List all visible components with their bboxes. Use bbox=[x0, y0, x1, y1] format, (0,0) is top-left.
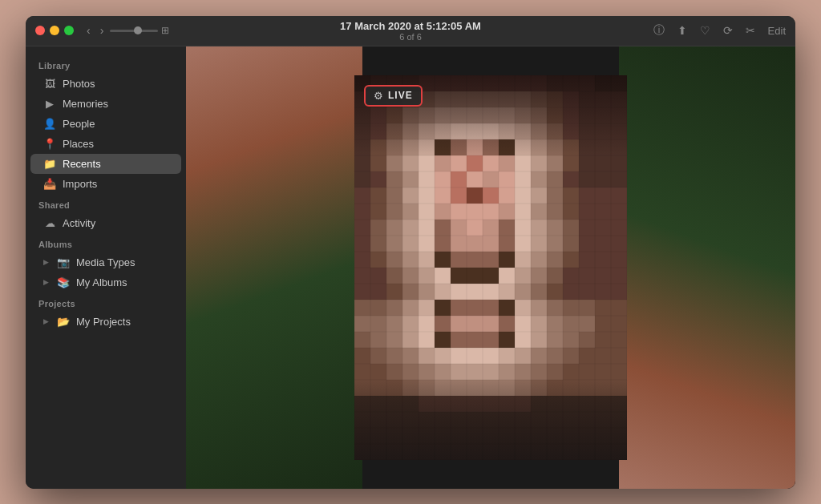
back-button[interactable]: ‹ bbox=[83, 22, 94, 38]
sidebar-label-imports: Imports bbox=[63, 178, 97, 190]
sidebar-item-imports[interactable]: 📥 Imports bbox=[30, 174, 181, 194]
zoom-slider-group: ⊞ bbox=[110, 25, 169, 36]
live-badge[interactable]: ⚙ LIVE bbox=[364, 85, 423, 107]
info-icon[interactable]: ⓘ bbox=[653, 23, 665, 38]
sidebar-item-media-types[interactable]: ▶ 📷 Media Types bbox=[30, 252, 181, 272]
tools-icon[interactable]: ✂ bbox=[746, 24, 755, 37]
edit-button[interactable]: Edit bbox=[768, 25, 786, 37]
expand-icon-albums: ▶ bbox=[43, 278, 49, 286]
live-badge-label: LIVE bbox=[388, 90, 413, 101]
sidebar-item-activity[interactable]: ☁ Activity bbox=[30, 213, 181, 233]
toolbar-actions: ⓘ ⬆ ♡ ⟳ ✂ Edit bbox=[653, 23, 786, 38]
nav-buttons: ‹ › bbox=[83, 22, 107, 38]
media-types-icon: 📷 bbox=[57, 256, 70, 268]
sidebar-label-my-projects: My Projects bbox=[76, 316, 131, 328]
heart-icon[interactable]: ♡ bbox=[700, 24, 710, 37]
sidebar-label-my-albums: My Albums bbox=[76, 276, 127, 288]
titlebar: ‹ › ⊞ 17 March 2020 at 5:12:05 AM 6 of 6… bbox=[26, 16, 795, 46]
sidebar-label-places: Places bbox=[63, 138, 94, 150]
sidebar: Library 🖼 Photos ▶ Memories 👤 People 📍 P… bbox=[26, 46, 186, 489]
maximize-button[interactable] bbox=[64, 26, 74, 35]
sidebar-label-media-types: Media Types bbox=[76, 256, 135, 268]
photo-date: 17 March 2020 at 5:12:05 AM bbox=[340, 20, 481, 32]
sidebar-label-memories: Memories bbox=[63, 98, 108, 110]
recents-icon: 📁 bbox=[43, 158, 56, 170]
titlebar-title: 17 March 2020 at 5:12:05 AM 6 of 6 bbox=[340, 20, 481, 42]
sidebar-item-recents[interactable]: 📁 Recents bbox=[30, 154, 181, 174]
sidebar-item-people[interactable]: 👤 People bbox=[30, 114, 181, 134]
library-section-label: Library bbox=[26, 54, 186, 74]
memories-icon: ▶ bbox=[43, 98, 56, 110]
expand-icon-media: ▶ bbox=[43, 258, 49, 266]
share-icon[interactable]: ⬆ bbox=[677, 24, 687, 37]
sidebar-item-photos[interactable]: 🖼 Photos bbox=[30, 74, 181, 94]
grid-icon: ⊞ bbox=[161, 25, 169, 36]
zoom-slider[interactable] bbox=[110, 30, 158, 32]
main-content: ⚙ LIVE bbox=[186, 46, 795, 489]
sidebar-item-places[interactable]: 📍 Places bbox=[30, 134, 181, 154]
sidebar-item-my-projects[interactable]: ▶ 📂 My Projects bbox=[30, 312, 181, 332]
forward-button[interactable]: › bbox=[97, 22, 107, 38]
photo-canvas[interactable] bbox=[354, 75, 627, 460]
sidebar-item-my-albums[interactable]: ▶ 📚 My Albums bbox=[30, 272, 181, 292]
app-window: ‹ › ⊞ 17 March 2020 at 5:12:05 AM 6 of 6… bbox=[26, 16, 795, 489]
content-area: Library 🖼 Photos ▶ Memories 👤 People 📍 P… bbox=[26, 46, 795, 489]
close-button[interactable] bbox=[35, 26, 45, 35]
imports-icon: 📥 bbox=[43, 178, 56, 190]
my-projects-icon: 📂 bbox=[57, 316, 70, 328]
sidebar-item-memories[interactable]: ▶ Memories bbox=[30, 94, 181, 114]
projects-section-label: Projects bbox=[26, 292, 186, 312]
traffic-lights bbox=[35, 26, 74, 35]
rotate-icon[interactable]: ⟳ bbox=[723, 24, 733, 37]
photo-count: 6 of 6 bbox=[340, 32, 481, 42]
sidebar-label-people: People bbox=[63, 118, 95, 130]
activity-icon: ☁ bbox=[43, 217, 56, 229]
photo-container: ⚙ LIVE bbox=[354, 75, 627, 460]
shared-section-label: Shared bbox=[26, 194, 186, 213]
live-gear-icon: ⚙ bbox=[374, 90, 383, 102]
albums-section-label: Albums bbox=[26, 233, 186, 252]
minimize-button[interactable] bbox=[50, 26, 59, 35]
bg-left bbox=[186, 46, 362, 489]
zoom-slider-thumb bbox=[134, 26, 142, 34]
sidebar-label-activity: Activity bbox=[63, 217, 95, 229]
sidebar-label-recents: Recents bbox=[63, 158, 101, 170]
places-icon: 📍 bbox=[43, 138, 56, 150]
sidebar-label-photos: Photos bbox=[63, 78, 95, 90]
expand-icon-projects: ▶ bbox=[43, 317, 49, 325]
people-icon: 👤 bbox=[43, 118, 56, 130]
my-albums-icon: 📚 bbox=[57, 276, 70, 288]
bg-right bbox=[619, 46, 795, 489]
photos-icon: 🖼 bbox=[43, 78, 56, 90]
